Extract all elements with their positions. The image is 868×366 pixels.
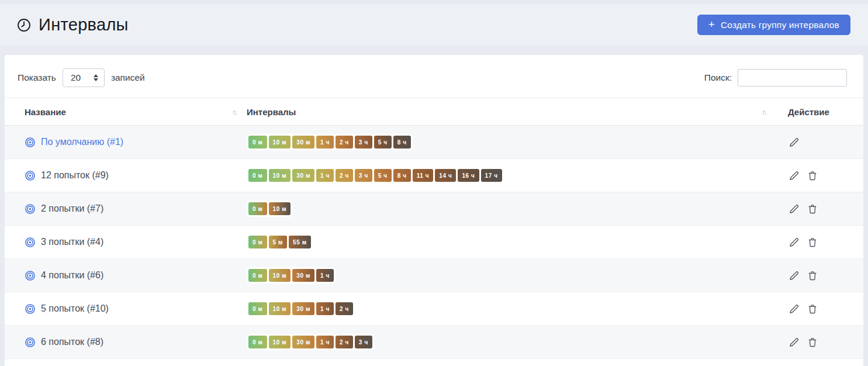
interval-badge: 11 ч bbox=[413, 169, 434, 182]
delete-button[interactable] bbox=[807, 303, 818, 315]
interval-badge: 16 ч bbox=[458, 169, 479, 182]
interval-badge-group: 0 м10 м30 м1 ч2 ч3 ч5 ч8 ч11 ч14 ч16 ч17… bbox=[247, 167, 504, 184]
table-row: По умолчанию (#1) 0 м10 м30 м1 ч2 ч3 ч5 … bbox=[5, 126, 863, 159]
column-header-action: Действие bbox=[776, 98, 863, 125]
interval-badge: 10 м bbox=[269, 336, 291, 348]
page-header: Интервалы + Создать группу интервалов bbox=[0, 4, 868, 46]
clock-icon bbox=[16, 18, 32, 33]
interval-badge: 0 м bbox=[248, 236, 267, 248]
interval-group-label: 4 попытки (#6) bbox=[41, 270, 103, 281]
intervals-cell: 0 м10 м30 м1 ч2 ч3 ч bbox=[247, 334, 776, 350]
delete-button[interactable] bbox=[807, 336, 818, 348]
table-row: 5 попыток (#10) 0 м10 м30 м1 ч2 ч bbox=[5, 292, 863, 326]
edit-button[interactable] bbox=[788, 303, 800, 315]
delete-button[interactable] bbox=[807, 270, 818, 282]
intervals-cell: 0 м10 м30 м1 ч2 ч bbox=[247, 301, 776, 317]
column-header-name[interactable]: Название ↑↓ bbox=[25, 98, 247, 125]
interval-badge: 1 ч bbox=[316, 136, 334, 149]
interval-badge: 30 м bbox=[292, 302, 314, 315]
bullseye-icon bbox=[25, 303, 36, 315]
intervals-table: Название ↑↓ Интервалы ↑↓ Действие По умо… bbox=[5, 98, 863, 359]
interval-badge: 10 м bbox=[269, 269, 291, 282]
table-row: 2 попытки (#7) 0 м10 м bbox=[5, 192, 863, 226]
interval-badge: 5 ч bbox=[374, 169, 392, 182]
interval-badge: 5 м bbox=[269, 236, 288, 248]
edit-button[interactable] bbox=[788, 270, 800, 282]
edit-button[interactable] bbox=[788, 170, 800, 182]
title-wrap: Интервалы bbox=[16, 15, 129, 34]
interval-badge: 1 ч bbox=[316, 336, 334, 348]
interval-badge-group: 0 м10 м30 м1 ч bbox=[247, 267, 336, 284]
delete-button[interactable] bbox=[807, 170, 818, 182]
interval-badge: 1 ч bbox=[316, 169, 334, 182]
interval-group-label: 5 попыток (#10) bbox=[41, 303, 109, 314]
edit-button[interactable] bbox=[788, 136, 800, 149]
edit-button[interactable] bbox=[788, 203, 800, 215]
interval-group-label: 12 попыток (#9) bbox=[41, 170, 109, 181]
table-header-row: Название ↑↓ Интервалы ↑↓ Действие bbox=[5, 98, 863, 126]
action-cell bbox=[776, 136, 863, 149]
interval-group-name[interactable]: По умолчанию (#1) bbox=[25, 137, 247, 148]
interval-badge: 0 м bbox=[248, 302, 267, 315]
interval-badge: 55 м bbox=[289, 236, 311, 248]
page-size-select[interactable]: 20 bbox=[63, 68, 105, 87]
interval-badge: 5 ч bbox=[374, 136, 392, 149]
interval-group-label: 6 попыток (#8) bbox=[41, 337, 103, 347]
bullseye-icon bbox=[25, 203, 36, 215]
interval-group-name: 3 попытки (#4) bbox=[25, 237, 247, 248]
action-cell bbox=[776, 170, 863, 182]
interval-badge: 0 м bbox=[248, 136, 267, 149]
search-control: Поиск: bbox=[704, 69, 847, 87]
action-cell bbox=[776, 203, 863, 215]
interval-badge-group: 0 м10 м30 м1 ч2 ч3 ч bbox=[247, 334, 374, 350]
interval-badge: 10 м bbox=[269, 169, 291, 182]
table-controls: Показать 20 записей Поиск: bbox=[5, 68, 863, 87]
table-body: По умолчанию (#1) 0 м10 м30 м1 ч2 ч3 ч5 … bbox=[5, 126, 863, 359]
interval-badge: 14 ч bbox=[435, 169, 456, 182]
interval-badge: 30 м bbox=[292, 269, 314, 282]
sort-icon[interactable]: ↑↓ bbox=[762, 108, 766, 116]
table-row: 12 попыток (#9) 0 м10 м30 м1 ч2 ч3 ч5 ч8… bbox=[5, 159, 863, 192]
interval-badge: 0 м bbox=[248, 336, 267, 348]
plus-icon: + bbox=[708, 19, 715, 30]
records-label: записей bbox=[111, 72, 145, 83]
delete-button[interactable] bbox=[807, 236, 818, 248]
interval-badge: 2 ч bbox=[336, 302, 353, 315]
create-interval-group-button[interactable]: + Создать группу интервалов bbox=[697, 15, 850, 35]
delete-button[interactable] bbox=[807, 203, 818, 215]
interval-badge-group: 0 м10 м bbox=[247, 201, 292, 217]
interval-badge: 30 м bbox=[292, 336, 314, 348]
interval-group-label: 2 попытки (#7) bbox=[41, 203, 103, 214]
interval-badge: 1 ч bbox=[316, 302, 334, 315]
action-cell bbox=[776, 270, 863, 282]
sort-icon[interactable]: ↑↓ bbox=[232, 108, 236, 116]
interval-badge: 3 ч bbox=[355, 136, 372, 149]
bullseye-icon bbox=[25, 170, 36, 181]
intervals-cell: 0 м5 м55 м bbox=[247, 234, 776, 250]
edit-button[interactable] bbox=[788, 336, 800, 348]
bullseye-icon bbox=[25, 337, 36, 348]
interval-badge: 30 м bbox=[292, 136, 314, 149]
interval-badge: 3 ч bbox=[355, 169, 372, 182]
action-cell bbox=[776, 303, 863, 315]
column-header-intervals[interactable]: Интервалы ↑↓ bbox=[247, 98, 776, 125]
bullseye-icon bbox=[25, 237, 36, 248]
interval-badge: 10 м bbox=[269, 302, 291, 315]
page-length-control: Показать 20 записей bbox=[18, 68, 145, 87]
interval-group-name: 6 попыток (#8) bbox=[25, 337, 247, 348]
create-button-label: Создать группу интервалов bbox=[721, 20, 839, 30]
interval-badge: 3 ч bbox=[355, 336, 372, 348]
intervals-cell: 0 м10 м30 м1 ч bbox=[247, 267, 776, 284]
interval-group-name: 5 попыток (#10) bbox=[25, 303, 247, 315]
page-title: Интервалы bbox=[39, 15, 129, 34]
interval-group-name: 2 попытки (#7) bbox=[25, 203, 247, 215]
interval-badge: 2 ч bbox=[336, 169, 353, 182]
interval-badge: 17 ч bbox=[481, 169, 502, 182]
interval-badge: 0 м bbox=[248, 269, 267, 282]
interval-group-name: 12 попыток (#9) bbox=[25, 170, 247, 181]
bullseye-icon bbox=[25, 137, 36, 148]
edit-button[interactable] bbox=[788, 236, 800, 248]
interval-badge-group: 0 м10 м30 м1 ч2 ч bbox=[247, 301, 355, 317]
search-input[interactable] bbox=[738, 69, 847, 87]
bullseye-icon bbox=[25, 270, 36, 281]
